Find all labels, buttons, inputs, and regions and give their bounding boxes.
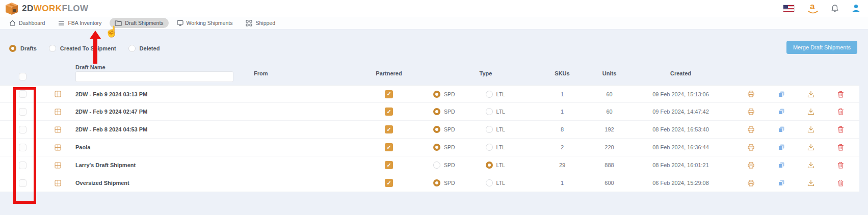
grid-expand-icon[interactable] <box>45 126 70 133</box>
radio-icon <box>433 91 440 98</box>
partnered-checkbox[interactable]: ✓ <box>385 161 393 169</box>
type-radio-ltl[interactable]: LTL <box>486 108 505 115</box>
home-icon <box>9 20 16 26</box>
radio-icon <box>486 162 493 169</box>
type-radio-spd[interactable]: SPD <box>433 162 455 169</box>
folder-icon <box>115 20 122 26</box>
print-icon[interactable] <box>747 90 755 98</box>
partnered-checkbox[interactable]: ✓ <box>385 143 393 151</box>
row-checkbox[interactable] <box>19 179 27 187</box>
grid-expand-icon[interactable] <box>45 91 70 97</box>
filter-radio-drafts[interactable]: Drafts <box>9 45 37 52</box>
nav-item-draft-shipments[interactable]: Draft Shipments <box>110 18 168 28</box>
nav-item-fba-inventory[interactable]: FBA Inventory <box>53 18 107 29</box>
filter-radio-deleted[interactable]: Deleted <box>128 45 160 52</box>
grid-expand-icon[interactable] <box>45 162 70 169</box>
delete-icon[interactable] <box>837 144 844 151</box>
column-created: Created <box>644 70 718 76</box>
type-radio-spd[interactable]: SPD <box>433 108 455 115</box>
created-value: 06 Feb 2024, 15:29:08 <box>644 180 718 186</box>
row-checkbox[interactable] <box>19 108 27 116</box>
table-header-row: Draft Name From Partnered Type SKUs Unit… <box>0 61 859 85</box>
row-checkbox[interactable] <box>19 162 27 169</box>
nav-item-shipped[interactable]: Shipped <box>241 18 280 29</box>
print-icon[interactable] <box>747 162 755 169</box>
row-checkbox[interactable] <box>19 126 27 133</box>
column-partnered: Partnered <box>356 70 422 76</box>
draft-shipments-table: Draft Name From Partnered Type SKUs Unit… <box>0 61 859 192</box>
grid-expand-icon[interactable] <box>45 109 70 115</box>
type-radio-spd[interactable]: SPD <box>433 144 455 151</box>
partnered-checkbox[interactable]: ✓ <box>385 125 393 133</box>
draft-name: 2DW - Feb 9 2024 03:13 PM <box>70 91 233 97</box>
list-icon <box>58 20 65 26</box>
draft-name-filter-input[interactable] <box>75 71 233 82</box>
radio-icon <box>433 162 440 169</box>
filter-radio-created-to-shipment[interactable]: Created To Shipment <box>49 45 116 52</box>
table-row: 2DW - Feb 9 2024 03:13 PM✓SPDLTL16009 Fe… <box>0 85 859 103</box>
row-checkbox[interactable] <box>19 144 27 151</box>
radio-icon <box>128 45 136 52</box>
type-radio-ltl[interactable]: LTL <box>486 144 505 151</box>
copy-icon[interactable] <box>778 108 785 115</box>
amazon-icon[interactable]: a <box>807 3 819 14</box>
download-icon[interactable] <box>807 179 814 186</box>
created-value: 08 Feb 2024, 16:01:21 <box>644 162 718 168</box>
print-icon[interactable] <box>747 144 755 151</box>
print-icon[interactable] <box>747 108 755 116</box>
type-radio-ltl[interactable]: LTL <box>486 162 505 169</box>
download-icon[interactable] <box>807 162 814 169</box>
print-icon[interactable] <box>747 126 755 133</box>
language-flag-icon[interactable] <box>783 5 794 12</box>
nav-item-label: Draft Shipments <box>125 20 163 26</box>
grid-expand-icon[interactable] <box>45 180 70 186</box>
nav-item-dashboard[interactable]: Dashboard <box>4 18 50 29</box>
filter-bar: DraftsCreated To ShipmentDeleted Merge D… <box>0 41 868 56</box>
monitor-icon <box>177 20 183 26</box>
units-value: 60 <box>575 91 644 97</box>
download-icon[interactable] <box>807 108 814 115</box>
units-value: 888 <box>575 162 644 168</box>
table-row: Paola✓SPDLTL222008 Feb 2024, 16:36:44 <box>0 139 859 156</box>
partnered-checkbox[interactable]: ✓ <box>385 108 393 116</box>
delete-icon[interactable] <box>837 179 844 186</box>
type-radio-spd[interactable]: SPD <box>433 91 455 98</box>
download-icon[interactable] <box>807 126 814 133</box>
delete-icon[interactable] <box>837 91 844 98</box>
partnered-checkbox[interactable]: ✓ <box>385 90 393 98</box>
type-radio-spd[interactable]: SPD <box>433 179 455 186</box>
type-radio-ltl[interactable]: LTL <box>486 126 505 133</box>
print-icon[interactable] <box>747 179 755 187</box>
download-icon[interactable] <box>807 144 814 151</box>
column-type: Type <box>422 70 549 76</box>
download-icon[interactable] <box>807 91 814 98</box>
copy-icon[interactable] <box>778 91 785 98</box>
nav-item-label: Shipped <box>255 20 275 26</box>
delete-icon[interactable] <box>837 162 844 169</box>
nav-item-working-shipments[interactable]: Working Shipments <box>172 18 238 29</box>
radio-icon <box>486 144 493 151</box>
created-value: 09 Feb 2024, 15:13:06 <box>644 91 718 97</box>
copy-icon[interactable] <box>778 144 785 151</box>
delete-icon[interactable] <box>837 108 844 115</box>
radio-icon <box>433 108 440 115</box>
radio-icon <box>486 91 493 98</box>
merge-draft-shipments-button[interactable]: Merge Draft Shipments <box>786 41 857 54</box>
copy-icon[interactable] <box>778 179 785 186</box>
type-radio-ltl[interactable]: LTL <box>486 179 505 186</box>
select-all-checkbox[interactable] <box>19 73 27 80</box>
grid-expand-icon[interactable] <box>45 144 70 151</box>
delete-icon[interactable] <box>837 126 844 133</box>
column-draft-name: Draft Name <box>75 64 233 70</box>
type-group: SPDLTL <box>422 162 549 169</box>
row-checkbox[interactable] <box>19 90 27 98</box>
bell-icon[interactable] <box>831 4 839 13</box>
type-radio-ltl[interactable]: LTL <box>486 91 505 98</box>
type-group: SPDLTL <box>422 126 549 133</box>
type-radio-spd[interactable]: SPD <box>433 126 455 133</box>
copy-icon[interactable] <box>778 162 785 169</box>
nav-item-label: Dashboard <box>19 20 45 26</box>
user-avatar-icon[interactable] <box>851 4 861 13</box>
partnered-checkbox[interactable]: ✓ <box>385 179 393 187</box>
copy-icon[interactable] <box>778 126 785 133</box>
